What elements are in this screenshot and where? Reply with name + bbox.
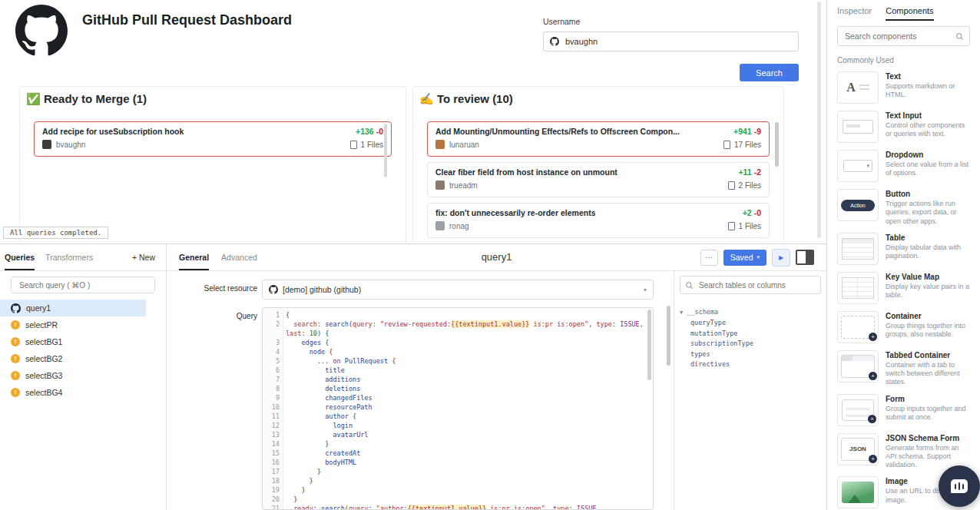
tab-general[interactable]: General	[179, 244, 209, 270]
query-list-item[interactable]: !selectBG3	[0, 367, 146, 384]
pull-request-card[interactable]: Clear fiber field from host instance on …	[427, 162, 770, 197]
resource-dropdown[interactable]: [demo] github (github) ▾	[262, 280, 654, 300]
pr-title: fix: don't unnecessarily re-order elemen…	[435, 208, 595, 217]
pr-title: Add Mounting/Unmounting Effects/Refs to …	[435, 127, 680, 136]
component-name: Text	[886, 72, 970, 81]
canvas-scrollbar[interactable]	[817, 2, 821, 238]
username-input[interactable]	[543, 31, 799, 51]
card-list-0: Add recipe for useSubscription hook+136-…	[20, 106, 406, 157]
section-title: Commonly Used	[837, 56, 970, 65]
warning-icon: !	[11, 320, 20, 330]
component-card[interactable]: +Tabbed ContainerContainer with a tab to…	[837, 350, 970, 387]
line-number: 21	[263, 504, 286, 510]
saved-button[interactable]: Saved▾	[723, 250, 766, 266]
query-list-item[interactable]: !selectBG1	[0, 333, 146, 350]
component-description: Display tabular data with pagination.	[886, 243, 970, 261]
username-input-field[interactable]	[564, 36, 792, 47]
new-query-button[interactable]: + New	[132, 253, 155, 262]
json-form-icon: JSON+	[841, 438, 875, 461]
intercom-chat-button[interactable]	[939, 465, 980, 507]
line-number: 6	[263, 366, 286, 375]
scrollbar-thumb[interactable]	[384, 124, 387, 177]
scrollbar-thumb[interactable]	[775, 122, 779, 167]
resource-value: [demo] github (github)	[283, 285, 361, 294]
warning-icon: !	[11, 388, 20, 397]
schema-field[interactable]: types	[690, 349, 821, 360]
schema-search-input[interactable]	[697, 280, 816, 290]
query-list-item[interactable]: query1	[0, 300, 146, 316]
components-sidebar: Inspector Components Commonly Used AText…	[826, 0, 980, 510]
editor-content: Select resource [demo] github (github) ▾…	[167, 271, 826, 510]
tab-inspector[interactable]: Inspector	[837, 0, 872, 21]
pr-additions: +2	[743, 208, 752, 217]
sidebar-tab-bar: Inspector Components	[837, 0, 970, 21]
component-thumbnail: +	[837, 350, 879, 382]
tab-components[interactable]: Components	[886, 0, 933, 21]
line-number: 2	[263, 320, 286, 329]
tab-transformers[interactable]: Transformers	[45, 244, 93, 270]
schema-root[interactable]: ▼__schema	[680, 307, 821, 318]
component-card[interactable]: ActionButtonTrigger actions like run que…	[837, 189, 970, 226]
query-list-item[interactable]: !selectBG2	[0, 350, 146, 367]
component-card[interactable]: +ContainerGroup things together into gro…	[837, 311, 970, 343]
components-search-input[interactable]	[843, 31, 952, 41]
query-name: selectBG1	[25, 337, 62, 346]
component-thumbnail	[837, 111, 879, 143]
search-button[interactable]: Search	[740, 64, 799, 81]
component-card[interactable]: TableDisplay tabular data with paginatio…	[837, 233, 970, 265]
query-search[interactable]	[11, 277, 155, 293]
code-line: 13 avatarUrl	[263, 430, 653, 439]
components-search[interactable]	[837, 26, 970, 46]
component-name: Table	[886, 233, 970, 242]
component-name: Key Value Map	[886, 273, 970, 281]
component-name: Button	[886, 190, 970, 198]
github-icon	[269, 285, 278, 294]
pull-request-card[interactable]: Add recipe for useSubscription hook+136-…	[34, 121, 392, 157]
component-card[interactable]: +FormGroup inputs together and submit at…	[837, 394, 970, 426]
component-description: Control other components or queries with…	[886, 121, 970, 139]
code-line: 7 additions	[263, 375, 653, 384]
component-name: Dropdown	[886, 151, 970, 159]
pull-request-card[interactable]: fix: don't unnecessarily re-order elemen…	[427, 203, 770, 238]
tab-advanced[interactable]: Advanced	[221, 244, 257, 270]
schema-field[interactable]: subscriptionType	[690, 339, 821, 349]
code-line: 12 login	[263, 421, 653, 430]
query-name: selectBG2	[25, 354, 62, 363]
author-avatar	[435, 180, 445, 190]
component-card[interactable]: ▾DropdownSelect one value from a list of…	[837, 150, 970, 182]
query-list-item[interactable]: !selectPR	[0, 316, 146, 333]
line-number: 10	[263, 402, 286, 412]
github-icon	[550, 37, 559, 46]
github-icon	[11, 303, 21, 313]
component-card[interactable]: JSON+JSON Schema FormGenerate forms from…	[837, 433, 970, 470]
pr-deletions: -0	[754, 208, 761, 217]
schema-field[interactable]: directives	[690, 359, 821, 370]
schema-field[interactable]: mutationType	[690, 329, 821, 339]
scrollbar-thumb[interactable]	[647, 310, 651, 380]
query-label: Query	[167, 307, 257, 510]
component-description: Supports markdown or HTML.	[886, 82, 970, 100]
scrollbar-thumb[interactable]	[667, 306, 670, 366]
query-list-item[interactable]: !selectBG4	[0, 384, 146, 401]
pr-author-name: trueadm	[449, 181, 478, 190]
component-card[interactable]: ATextSupports markdown or HTML.	[837, 71, 970, 104]
tab-queries[interactable]: Queries	[5, 244, 35, 270]
run-query-button[interactable]: ▶	[772, 249, 790, 267]
toggle-panel-button[interactable]	[796, 250, 814, 265]
line-number: 9	[263, 393, 286, 402]
query-search-input[interactable]	[18, 280, 148, 290]
more-menu-button[interactable]: ⋯	[700, 250, 718, 266]
component-card[interactable]: Key Value MapDisplay key value pairs in …	[837, 272, 970, 304]
schema-search[interactable]	[680, 276, 821, 294]
schema-field[interactable]: queryType	[690, 318, 821, 329]
component-description: Trigger actions like run queries, export…	[886, 200, 970, 226]
pr-additions: +941	[733, 127, 752, 136]
ready-to-merge-panel: ✅ Ready to Merge (1) Add recipe for useS…	[19, 86, 406, 243]
pull-request-card[interactable]: Add Mounting/Unmounting Effects/Refs to …	[427, 121, 770, 157]
line-number: 18	[263, 476, 286, 485]
code-line: 19 }	[263, 485, 653, 495]
schema-panel: ▼__schema queryTypemutationTypesubscript…	[674, 271, 826, 510]
code-editor[interactable]: 1{2 search: search(query: "review-reques…	[262, 307, 654, 510]
app-canvas: GitHub Pull Request Dashboard Username S…	[0, 0, 826, 243]
component-card[interactable]: Text InputControl other components or qu…	[837, 111, 970, 143]
